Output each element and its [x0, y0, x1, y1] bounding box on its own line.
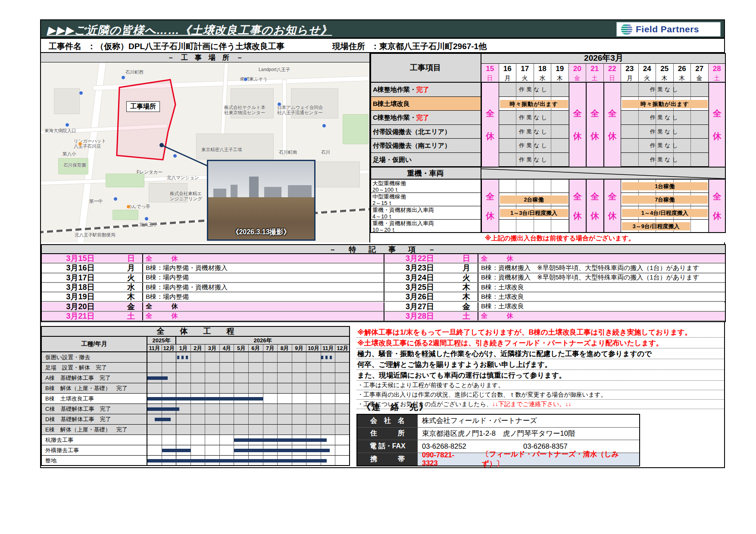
schedule-day-cell: 19	[551, 64, 569, 74]
gantt-grid-cell	[335, 425, 350, 435]
schedule-day-cell: 21	[586, 64, 604, 74]
gantt-grid-cell	[292, 373, 307, 383]
gantt-title: 全 体 工 程	[41, 326, 350, 337]
holiday-column: 全休	[604, 180, 622, 233]
gantt-grid-cell	[147, 435, 162, 445]
work-row-label: C棟整地作業・完了	[370, 111, 481, 125]
contact-value: 株式会社フィールド・パートナーズ	[418, 415, 639, 427]
gantt-bar	[155, 418, 171, 421]
gantt-grid-cell	[205, 435, 220, 445]
holiday-char: 休	[590, 210, 599, 222]
tokki-weekday: 月	[120, 264, 142, 272]
gantt-row-label: 杭撤去工事	[41, 435, 147, 445]
work-band: 作業なし	[622, 111, 708, 125]
tokki-date-cell: 3月16日月	[41, 264, 143, 272]
tokki-row: 3月28日土全 休	[384, 312, 726, 321]
gantt-grid-cell	[176, 383, 191, 394]
gantt-bar	[234, 449, 330, 452]
tokki-date-cell: 3月25日木	[384, 283, 478, 292]
gantt-grid-cell	[306, 394, 321, 404]
gantt-grid-cell	[176, 363, 191, 373]
gantt-grid-cell	[220, 435, 234, 445]
gantt-grid-cell	[263, 363, 278, 373]
work-band: 時々振動が出ます	[622, 100, 708, 108]
gantt-row-label: C棟 基礎解体工事 完了	[41, 404, 147, 414]
gantt-grid-cell	[220, 445, 234, 456]
gantt-grid-cell	[335, 383, 350, 394]
tokki-text: B棟：場内整備	[143, 293, 384, 301]
map-place-label: 第一中	[89, 199, 103, 204]
gantt-grid-cell	[234, 373, 249, 383]
tokki-text: B棟：資機材搬入 ※早朝5時半頃、大型特殊車両の搬入（1台）があります	[478, 273, 726, 282]
schedule-day-cell: 23	[621, 64, 639, 74]
contact-label: 会 社 名	[357, 415, 418, 427]
gantt-grid-cell	[176, 373, 191, 383]
gantt-month-cell: 11月	[147, 345, 162, 352]
schedule-weekday-cell: 金	[691, 74, 709, 83]
contact-row: 携 帯090-7821-3323〔フィールド・パートナーズ・清水（しみず）〕	[357, 453, 639, 466]
tokki-row: 3月24日火B棟：資機材搬入 ※早朝5時半頃、大型特殊車両の搬入（1台）がありま…	[384, 273, 726, 283]
tokki-date: 3月25日	[384, 283, 455, 292]
photo-building	[213, 189, 226, 197]
map-place-label: 第八小	[62, 151, 76, 156]
machinery-day-cell	[534, 220, 552, 233]
gantt-grid-cell	[147, 425, 162, 435]
gantt-grid-cell	[335, 373, 350, 383]
gantt-grid-cell	[321, 394, 336, 404]
logo-text: Field Partners	[636, 24, 699, 34]
tokki-text: B棟：場内整備・資機材搬入	[143, 264, 384, 272]
gantt-grid-cell	[234, 383, 249, 394]
gantt-grid-cell	[205, 425, 220, 435]
schedule-day-cell: 15	[481, 64, 499, 74]
holiday-char: 全	[590, 108, 599, 119]
machinery-band: 7台稼働	[622, 196, 708, 204]
tokki-date: 3月21日	[41, 312, 120, 320]
map-place-label: 北八王子	[139, 222, 157, 227]
work-band: 作業なし	[500, 125, 568, 139]
gantt-grid-cell	[234, 425, 249, 435]
tokki-row: 3月27日金B棟：土壌改良	[384, 302, 726, 312]
gantt-grid-cell	[306, 383, 321, 394]
header-bar: ▶▶▶ご近隣の皆様へ……《土壌改良工事のお知らせ》 Field Partners	[41, 20, 724, 39]
notice-line: ・工事は天候により工程が前後することがあります。	[356, 381, 725, 390]
gantt-grid-cell	[191, 445, 206, 456]
tokki-date: 3月24日	[384, 273, 455, 282]
site-photo: 《2026.3.13撮影》	[207, 160, 316, 241]
tokki-text: 全 休	[143, 312, 384, 320]
holiday-column: 全休	[709, 83, 726, 167]
gantt-grid-cell	[321, 363, 336, 373]
gantt-grid-cell	[263, 414, 278, 425]
gantt-grid-cell	[292, 425, 307, 435]
holiday-char: 休	[608, 210, 617, 222]
gantt-grid-cell	[205, 445, 220, 456]
special-notes-title: － 特 記 事 項 －	[41, 244, 726, 254]
tokki-weekday: 日	[455, 254, 478, 263]
tokki-weekday: 土	[455, 312, 478, 320]
work-row-label: A棟整地作業・完了	[370, 83, 481, 97]
gantt-bar	[147, 376, 168, 380]
gantt-grid-cell	[292, 363, 307, 373]
gantt-grid-cell	[278, 373, 292, 383]
gantt-grid-cell	[249, 352, 263, 363]
gantt-row-label: D棟 基礎解体工事 完了	[41, 414, 147, 425]
gantt-grid-cell	[263, 373, 278, 383]
gantt-grid-cell	[263, 425, 278, 435]
gantt-grid-cell	[278, 383, 292, 394]
holiday-char: 全	[486, 108, 494, 119]
tokki-date-cell: 3月17日火	[41, 273, 143, 282]
machinery-day-cell	[551, 180, 569, 193]
schedule-weekday-cell: 木	[674, 74, 691, 83]
tokki-text: 全 休	[478, 312, 726, 320]
tokki-text: 全 休	[143, 255, 384, 263]
work-band: 作業なし	[500, 83, 568, 97]
tokki-weekday: 火	[455, 273, 478, 282]
gantt-grid-cell	[191, 425, 206, 435]
gantt-month-cell: 10月	[306, 345, 321, 352]
schedule-note: ※上記の搬出入台数は前後する場合がございます。	[439, 234, 681, 243]
gantt-grid-cell	[162, 352, 177, 363]
gantt-grid-cell	[220, 373, 234, 383]
holiday-column: 全休	[481, 83, 499, 167]
gantt-grid-cell	[306, 352, 321, 363]
gantt-grid-cell	[220, 414, 234, 425]
machinery-band: 1～3台/日程度搬入	[500, 209, 568, 217]
